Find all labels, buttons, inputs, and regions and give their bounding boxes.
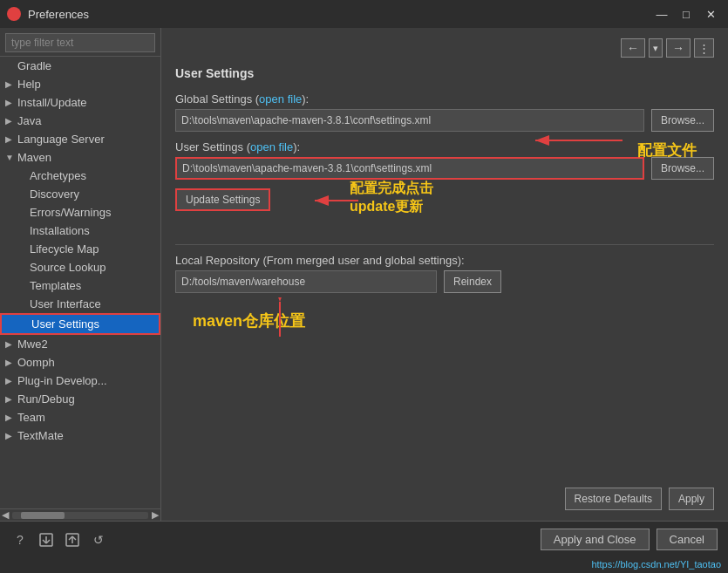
filter-input[interactable]: [5, 33, 155, 52]
title-bar-left: Preferences: [7, 7, 89, 21]
maximize-button[interactable]: □: [676, 5, 697, 23]
sidebar-item-label: Run/Debug: [17, 392, 155, 406]
right-panel: ← ▾ → ⋮ User Settings Global Settings (o…: [161, 28, 728, 521]
bottom-bar-left: ? ↺: [10, 530, 108, 549]
apply-button[interactable]: Apply: [669, 488, 714, 510]
left-panel: Gradle ▶ Help ▶ Install/Update ▶ Java ▶ …: [0, 28, 161, 521]
sidebar-item-label: Lifecycle Map: [30, 242, 155, 256]
apply-close-button[interactable]: Apply and Close: [541, 529, 650, 550]
update-settings-button[interactable]: Update Settings: [175, 188, 270, 211]
sidebar-item-label: Mwe2: [17, 338, 155, 351]
left-scrollbar[interactable]: ◀ ▶: [0, 508, 160, 521]
global-settings-label: Global Settings (open file):: [175, 92, 714, 106]
main-window: Gradle ▶ Help ▶ Install/Update ▶ Java ▶ …: [0, 28, 728, 573]
sidebar-item-label: Maven: [17, 151, 155, 164]
sidebar-item-label: Gradle: [17, 59, 155, 72]
help-icon[interactable]: ?: [10, 530, 30, 549]
expand-icon: ▶: [5, 116, 17, 126]
sidebar-item-user-settings[interactable]: User Settings: [0, 313, 160, 335]
reindex-button[interactable]: Reindex: [444, 270, 501, 293]
expand-icon: ▶: [5, 98, 17, 107]
sidebar-item-gradle[interactable]: Gradle: [0, 57, 160, 75]
global-settings-input[interactable]: [175, 109, 644, 132]
collapse-icon: ▼: [5, 153, 17, 162]
global-settings-link[interactable]: open file: [259, 92, 302, 106]
sidebar-item-help[interactable]: ▶ Help: [0, 75, 160, 93]
sidebar-item-language-server[interactable]: ▶ Language Server: [0, 130, 160, 148]
sidebar-item-maven[interactable]: ▼ Maven: [0, 148, 160, 167]
title-bar: Preferences — □ ✕: [0, 0, 728, 28]
app-icon: [7, 7, 21, 21]
cancel-button[interactable]: Cancel: [657, 529, 718, 550]
annotation-arrow-2: [310, 192, 363, 209]
content-area: Gradle ▶ Help ▶ Install/Update ▶ Java ▶ …: [0, 28, 728, 521]
minimize-button[interactable]: —: [651, 5, 672, 23]
refresh-icon[interactable]: ↺: [89, 530, 108, 549]
sidebar-item-label: Language Server: [17, 133, 155, 146]
expand-icon: ▶: [5, 376, 17, 385]
sidebar-item-label: Oomph: [17, 356, 155, 369]
url-text: https://blog.csdn.net/YI_taotao: [591, 559, 721, 570]
user-settings-input[interactable]: [175, 157, 644, 180]
sidebar-item-label: Team: [17, 411, 155, 424]
menu-button[interactable]: ⋮: [694, 38, 714, 58]
scroll-thumb: [21, 512, 65, 519]
separator: [175, 244, 714, 245]
global-settings-browse-button[interactable]: Browse...: [651, 109, 714, 132]
expand-icon: ▶: [5, 394, 17, 404]
user-settings-label: User Settings (open file):: [175, 140, 714, 153]
section-title: User Settings: [175, 66, 714, 80]
sidebar-item-archetypes[interactable]: Archetypes: [0, 167, 160, 185]
sidebar-item-plug-in-develop[interactable]: ▶ Plug-in Develop...: [0, 372, 160, 390]
title-bar-controls: — □ ✕: [651, 5, 721, 23]
sidebar-item-run-debug[interactable]: ▶ Run/Debug: [0, 390, 160, 408]
sidebar-item-label: Help: [17, 78, 155, 91]
url-bar: https://blog.csdn.net/YI_taotao: [0, 557, 728, 573]
user-settings-browse-button[interactable]: Browse...: [651, 157, 714, 180]
sidebar-item-install-update[interactable]: ▶ Install/Update: [0, 93, 160, 112]
tree-container: Gradle ▶ Help ▶ Install/Update ▶ Java ▶ …: [0, 57, 160, 508]
expand-icon: ▶: [5, 134, 17, 144]
expand-icon: ▶: [5, 339, 17, 349]
sidebar-item-java[interactable]: ▶ Java: [0, 112, 160, 130]
local-repo-input[interactable]: [175, 270, 437, 293]
sidebar-item-label: Install/Update: [17, 96, 155, 109]
sidebar-item-label: User Interface: [30, 297, 155, 310]
import-icon[interactable]: [37, 530, 56, 549]
user-settings-link[interactable]: open file: [250, 140, 293, 153]
sidebar-item-textmate[interactable]: ▶ TextMate: [0, 426, 160, 445]
sidebar-item-templates[interactable]: Templates: [0, 276, 160, 295]
sidebar-item-label: Templates: [30, 279, 155, 292]
sidebar-item-discovery[interactable]: Discovery: [0, 185, 160, 203]
sidebar-item-mwe2[interactable]: ▶ Mwe2: [0, 335, 160, 353]
scroll-track: [12, 512, 148, 519]
sidebar-item-oomph[interactable]: ▶ Oomph: [0, 353, 160, 372]
expand-icon: ▶: [5, 79, 17, 89]
sidebar-item-lifecycle-map[interactable]: Lifecycle Map: [0, 240, 160, 258]
local-repo-row: Reindex: [175, 270, 714, 293]
filter-wrap: [0, 28, 160, 57]
bottom-bar: ? ↺ Apply and Close: [0, 521, 728, 557]
sidebar-item-label: Java: [17, 114, 155, 127]
back-dropdown-button[interactable]: ▾: [649, 38, 663, 58]
sidebar-item-errors-warning[interactable]: Errors/Warnings: [0, 203, 160, 222]
expand-icon: ▶: [5, 358, 17, 367]
sidebar-item-label: Errors/Warnings: [30, 206, 155, 219]
export-icon[interactable]: [63, 530, 82, 549]
expand-icon: ▶: [5, 413, 17, 422]
window-title: Preferences: [28, 8, 89, 21]
back-button[interactable]: ←: [621, 38, 645, 58]
bottom-bar-right: Apply and Close Cancel: [541, 529, 718, 550]
sidebar-item-team[interactable]: ▶ Team: [0, 408, 160, 426]
user-settings-row: Browse...: [175, 157, 714, 180]
restore-apply-bar: Restore Defaults Apply: [175, 470, 714, 510]
forward-button[interactable]: →: [666, 38, 691, 58]
restore-defaults-button[interactable]: Restore Defaults: [565, 488, 662, 510]
sidebar-item-installations[interactable]: Installations: [0, 222, 160, 240]
sidebar-item-label: Discovery: [30, 188, 155, 201]
sidebar-item-source-lookup[interactable]: Source Lookup: [0, 258, 160, 276]
close-button[interactable]: ✕: [700, 5, 721, 23]
update-settings-wrap: Update Settings 配置完成点击 update更新: [175, 188, 714, 225]
sidebar-item-label: TextMate: [17, 429, 155, 442]
sidebar-item-user-interface[interactable]: User Interface: [0, 295, 160, 313]
